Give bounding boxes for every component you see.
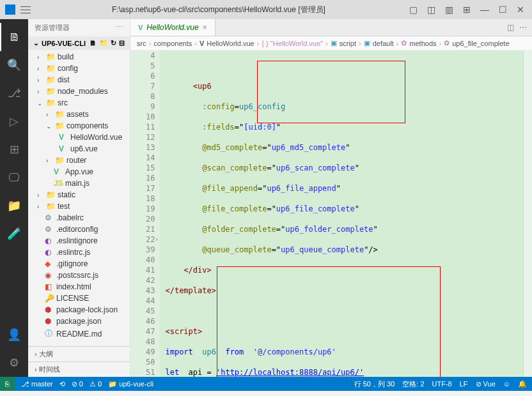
collapse-icon[interactable]: ⊟: [119, 39, 125, 47]
tree-item-router[interactable]: ›📁router: [28, 155, 130, 166]
tree-item-editorconfig[interactable]: ⚙.editorconfig: [28, 224, 130, 235]
debug-activity-icon[interactable]: ▷: [0, 107, 28, 135]
bc-methods[interactable]: methods: [409, 40, 436, 47]
layout-icon-2[interactable]: ◫: [425, 3, 437, 16]
chevron-down-icon: ⌄: [33, 39, 39, 47]
activity-bar: 🗎 🔍 ⎇ ▷ ⊞ 🖵 📁 🧪 👤 ⚙: [0, 19, 28, 377]
tree-item-appvue[interactable]: VApp.vue: [28, 166, 130, 178]
tree-item-helloworld[interactable]: VHelloWorld.vue: [28, 132, 130, 143]
file-tree: ›📁build ›📁config ›📁dist ›📁node_modules ⌄…: [28, 50, 130, 346]
tree-item-assets[interactable]: ›📁assets: [28, 109, 130, 120]
timeline-panel[interactable]: › 时间线: [28, 362, 130, 377]
tree-item-static[interactable]: ›📁static: [28, 189, 130, 201]
bc-default[interactable]: default: [373, 40, 394, 47]
vue-icon: V: [138, 24, 143, 31]
tree-item-node-modules[interactable]: ›📁node_modules: [28, 86, 130, 97]
tree-item-components[interactable]: ⌄📁components: [28, 120, 130, 132]
scm-activity-icon[interactable]: ⎇: [0, 79, 28, 107]
code-editor[interactable]: 456789101112131415161718192021›223940414…: [130, 50, 532, 377]
tree-item-pkg[interactable]: ⬢package.json: [28, 316, 130, 327]
layout-icon-1[interactable]: ▢: [407, 3, 419, 16]
bc-script[interactable]: script: [340, 40, 356, 47]
tree-item-pkglock[interactable]: ⬢package-lock.json: [28, 304, 130, 316]
tree-item-postcss[interactable]: ◉.postcssrc.js: [28, 270, 130, 281]
minimize-button[interactable]: —: [478, 3, 491, 16]
close-tab-icon[interactable]: ×: [203, 23, 207, 32]
split-editor-icon[interactable]: ◫: [507, 23, 514, 32]
tree-item-test[interactable]: ›📁test: [28, 201, 130, 212]
tree-item-gitignore[interactable]: ◆.gitignore: [28, 258, 130, 270]
project-header[interactable]: ⌄ UP6-VUE-CLI 🗎 📁 ↻ ⊟: [28, 36, 130, 50]
layout-icon-4[interactable]: ⊞: [460, 3, 473, 16]
tab-bar: V HelloWorld.vue × ◫ ⋯: [130, 19, 532, 36]
window-title: F:\asp.net\up6-vue-cli\src\components\He…: [31, 4, 407, 15]
indent-indicator[interactable]: 空格: 2: [402, 379, 424, 389]
folder-indicator[interactable]: 📁 up6-vue-cli: [108, 380, 153, 388]
breadcrumb: src› components› VHelloWorld.vue› { } "H…: [130, 36, 532, 50]
bc-src[interactable]: src: [137, 40, 146, 47]
close-button[interactable]: ✕: [514, 3, 527, 16]
highlight-box-1: [257, 61, 405, 123]
app-logo: [5, 4, 15, 15]
more-actions-icon[interactable]: ⋯: [519, 23, 527, 32]
eol-indicator[interactable]: LF: [460, 380, 468, 388]
code-body[interactable]: <up6 :config=up6_config :fields="[uid:0]…: [160, 50, 523, 377]
tree-item-readme[interactable]: ⓘREADME.md: [28, 327, 130, 340]
feedback-icon[interactable]: ☺: [503, 380, 510, 388]
tree-item-eslintignore[interactable]: ◐.eslintignore: [28, 235, 130, 247]
encoding-indicator[interactable]: UTF-8: [432, 380, 452, 388]
bc-components[interactable]: components: [153, 40, 192, 47]
gear-icon[interactable]: ⚙: [0, 349, 28, 377]
explorer-more-icon[interactable]: ⋯: [116, 23, 123, 33]
test-activity-icon[interactable]: 🧪: [0, 220, 28, 248]
bc-sym1[interactable]: { } "HelloWorld.vue": [262, 40, 323, 47]
extensions-activity-icon[interactable]: ⊞: [0, 135, 28, 164]
explorer-title: 资源管理器: [35, 23, 70, 33]
cursor-position[interactable]: 行 50，列 30: [354, 379, 395, 389]
bell-icon[interactable]: 🔔: [518, 380, 527, 388]
statusbar: ⎘ ⎇ master ⟲ ⊘ 0 ⚠ 0 📁 up6-vue-cli 行 50，…: [0, 377, 532, 391]
minimap[interactable]: [523, 50, 532, 377]
warnings-indicator[interactable]: ⚠ 0: [90, 380, 102, 388]
tree-item-dist[interactable]: ›📁dist: [28, 74, 130, 86]
tree-item-up6vue[interactable]: Vup6.vue: [28, 143, 130, 155]
layout-icon-3[interactable]: ▥: [442, 3, 455, 16]
tab-helloworld[interactable]: V HelloWorld.vue ×: [130, 19, 215, 36]
tree-item-license[interactable]: 🔑LICENSE: [28, 293, 130, 304]
tab-title: HelloWorld.vue: [146, 23, 198, 32]
refresh-icon[interactable]: ↻: [111, 39, 116, 47]
remote-indicator[interactable]: ⎘: [0, 377, 15, 391]
editor-area: V HelloWorld.vue × ◫ ⋯ src› components› …: [130, 19, 532, 377]
tree-item-mainjs[interactable]: JSmain.js: [28, 178, 130, 189]
errors-indicator[interactable]: ⊘ 0: [72, 380, 83, 388]
vue-icon: V: [199, 40, 204, 47]
tree-item-indexhtml[interactable]: ◧index.html: [28, 281, 130, 293]
lang-indicator[interactable]: ⊘ Vue: [476, 380, 496, 388]
outline-panel[interactable]: › 大纲: [28, 346, 130, 362]
sync-indicator[interactable]: ⟲: [59, 380, 65, 388]
folder-activity-icon[interactable]: 📁: [0, 192, 28, 220]
bc-file[interactable]: HelloWorld.vue: [207, 40, 254, 47]
explorer-activity-icon[interactable]: 🗎: [0, 23, 28, 51]
highlight-box-2: [217, 266, 441, 377]
new-folder-icon[interactable]: 📁: [99, 39, 108, 47]
tree-item-config[interactable]: ›📁config: [28, 63, 130, 74]
titlebar: F:\asp.net\up6-vue-cli\src\components\He…: [0, 0, 532, 19]
new-file-icon[interactable]: 🗎: [90, 39, 97, 47]
bc-fn[interactable]: up6_file_complete: [452, 40, 509, 47]
branch-indicator[interactable]: ⎇ master: [21, 380, 53, 388]
tree-item-src[interactable]: ⌄📁src: [28, 97, 130, 109]
tree-item-build[interactable]: ›📁build: [28, 51, 130, 63]
explorer-sidebar: 资源管理器 ⋯ ⌄ UP6-VUE-CLI 🗎 📁 ↻ ⊟ ›📁build ›📁…: [28, 19, 130, 377]
search-activity-icon[interactable]: 🔍: [0, 51, 28, 79]
line-gutter: 456789101112131415161718192021›223940414…: [130, 50, 160, 377]
project-name: UP6-VUE-CLI: [42, 40, 86, 47]
remote-activity-icon[interactable]: 🖵: [0, 164, 28, 192]
account-icon[interactable]: 👤: [0, 321, 28, 349]
hamburger-menu[interactable]: [20, 6, 31, 13]
maximize-button[interactable]: ☐: [496, 3, 509, 16]
tree-item-babelrc[interactable]: ⚙.babelrc: [28, 212, 130, 224]
tree-item-eslintrc[interactable]: ◐.eslintrc.js: [28, 247, 130, 258]
